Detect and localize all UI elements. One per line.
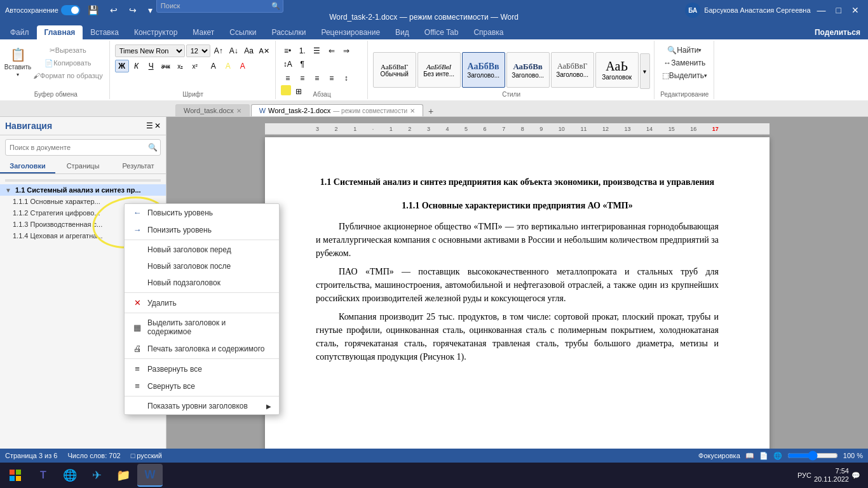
style-heading1[interactable]: АаБбВв Заголово... <box>462 52 505 88</box>
nav-item-0[interactable]: ▼ 1.1 Системный анализ и синтез пр... <box>0 184 166 196</box>
sort-button[interactable]: ↕A <box>281 58 295 71</box>
align-left-button[interactable]: ≡ <box>281 72 295 85</box>
redo-button[interactable]: ↪ <box>125 4 140 17</box>
autosave-toggle[interactable] <box>61 5 80 15</box>
title-bar: Автосохранение 💾 ↩ ↪ ▾ Поиск 🔍 Word_task… <box>0 0 868 20</box>
highlight-button[interactable]: A <box>221 60 235 72</box>
document-page[interactable]: 1.1 Системный анализ и синтез предприяти… <box>265 137 770 455</box>
undo-button[interactable]: ↩ <box>106 4 121 17</box>
taskbar-app-teams[interactable]: T <box>31 464 56 487</box>
ctx-demote[interactable]: → Понизить уровень <box>125 221 279 238</box>
font-shrink-button[interactable]: A↓ <box>227 44 241 57</box>
tab-home[interactable]: Главная <box>37 25 83 39</box>
ctx-new-heading-before[interactable]: Новый заголовок перед <box>125 241 279 258</box>
new-tab-button[interactable]: + <box>424 106 437 116</box>
tab-design[interactable]: Конструктор <box>126 25 185 39</box>
nav-search-button[interactable]: 🔍 <box>145 140 160 155</box>
line-spacing-button[interactable]: ↕ <box>339 72 353 85</box>
nav-search-input[interactable] <box>6 142 145 153</box>
ctx-select-heading[interactable]: ▦ Выделить заголовок и содержимое <box>125 315 279 340</box>
nav-tab-pages[interactable]: Страницы <box>55 159 111 173</box>
notification-icon[interactable]: 💬 <box>851 471 860 480</box>
doc-tab-1-close[interactable]: ✕ <box>410 107 415 114</box>
nav-menu-button[interactable]: ☰ <box>146 121 153 130</box>
lang-icon: □ <box>131 452 135 459</box>
tab-officetab[interactable]: Office Tab <box>417 25 466 39</box>
font-grow-button[interactable]: A↑ <box>212 44 226 57</box>
strikethrough-button[interactable]: зчк <box>159 60 173 72</box>
nav-tab-headings[interactable]: Заголовки <box>0 159 55 173</box>
style-no-spacing[interactable]: АаБбВвI Без инте... <box>417 52 461 88</box>
style-heading2[interactable]: АаБбВв Заголово... <box>506 52 550 88</box>
font-color-button[interactable]: A <box>236 60 250 72</box>
title-search-box[interactable]: Поиск 🔍 <box>156 0 283 13</box>
maximize-button[interactable]: □ <box>832 4 845 17</box>
cut-button[interactable]: ✂ Вырезать <box>31 44 105 56</box>
show-marks-button[interactable]: ¶ <box>295 58 309 71</box>
replace-button[interactable]: ↔ Заменить <box>661 57 708 69</box>
justify-button[interactable]: ≡ <box>325 72 339 85</box>
ctx-new-subheading[interactable]: Новый подзаголовок <box>125 274 279 291</box>
ctx-sep-2 <box>125 292 279 293</box>
copy-button[interactable]: 📄 Копировать <box>31 57 105 69</box>
multilevel-button[interactable]: ☰ <box>310 44 324 57</box>
taskbar-app-explorer[interactable]: 📁 <box>111 464 136 487</box>
find-button[interactable]: 🔍 Найти ▾ <box>665 44 704 56</box>
customize-qat-button[interactable]: ▾ <box>144 4 156 17</box>
numbering-button[interactable]: 1. <box>295 44 309 57</box>
tab-view[interactable]: Вид <box>388 25 417 39</box>
tab-review[interactable]: Рецензирование <box>313 25 388 39</box>
align-center-button[interactable]: ≡ <box>295 72 309 85</box>
style-heading-big[interactable]: АаЬ Заголовок <box>595 52 639 88</box>
taskbar-app-word[interactable]: W <box>137 464 163 487</box>
increase-indent-button[interactable]: ⇒ <box>339 44 353 57</box>
styles-scroll-button[interactable]: ▾ <box>640 53 650 89</box>
taskbar-app-telegram[interactable]: ✈ <box>84 464 109 487</box>
clear-format-button[interactable]: A✕ <box>257 44 271 57</box>
ctx-new-heading-after[interactable]: Новый заголовок после <box>125 258 279 274</box>
tab-help[interactable]: Справка <box>466 25 511 39</box>
format-painter-button[interactable]: 🖌 Формат по образцу <box>31 70 105 81</box>
ctx-print-heading[interactable]: 🖨 Печать заголовка и содержимого <box>125 340 279 357</box>
bullets-button[interactable]: ≡• <box>281 44 295 57</box>
nav-tab-results[interactable]: Результат <box>111 159 166 173</box>
zoom-slider[interactable] <box>787 451 838 461</box>
svg-rect-1 <box>16 470 21 475</box>
ctx-collapse-all[interactable]: ≡ Свернуть все <box>125 377 279 395</box>
font-case-button[interactable]: Аа <box>242 44 256 57</box>
underline-button[interactable]: Ч <box>144 60 158 72</box>
doc-tab-1[interactable]: W Word_task-2-1.docx — режим совместимос… <box>251 104 423 116</box>
tab-insert[interactable]: Вставка <box>83 25 126 39</box>
close-button[interactable]: ✕ <box>848 4 863 17</box>
superscript-button[interactable]: x² <box>188 60 202 72</box>
style-heading3[interactable]: АаБбВвГ Заголово... <box>551 52 594 88</box>
save-button[interactable]: 💾 <box>84 4 102 17</box>
ctx-expand-all[interactable]: ≡ Развернуть все <box>125 360 279 377</box>
view-print-icon: 📄 <box>759 452 768 460</box>
style-normal[interactable]: АаБбВвГ Обычный <box>373 52 416 88</box>
font-name-select[interactable]: Times New Ron <box>115 44 185 57</box>
tab-layout[interactable]: Макет <box>185 25 222 39</box>
tab-references[interactable]: Ссылки <box>222 25 264 39</box>
align-right-button[interactable]: ≡ <box>310 72 324 85</box>
doc-tab-0-close[interactable]: ✕ <box>236 107 241 114</box>
paste-button[interactable]: 📋 Вставить ▾ <box>6 44 29 80</box>
share-button[interactable]: Поделиться <box>807 25 868 39</box>
decrease-indent-button[interactable]: ⇐ <box>325 44 339 57</box>
select-button[interactable]: ⬚ Выделить ▾ <box>660 70 710 81</box>
taskbar-start-button[interactable] <box>3 464 28 487</box>
taskbar-app-chrome[interactable]: 🌐 <box>57 464 83 487</box>
subscript-button[interactable]: x₂ <box>173 60 187 72</box>
doc-tab-0[interactable]: Word_task.docx ✕ <box>175 104 250 116</box>
tab-mailings[interactable]: Рассылки <box>264 25 314 39</box>
ctx-show-levels[interactable]: Показать уровни заголовков ▶ <box>125 398 279 414</box>
italic-button[interactable]: К <box>130 60 144 72</box>
tab-file[interactable]: Файл <box>3 25 37 39</box>
ctx-delete[interactable]: ✕ Удалить <box>125 294 279 311</box>
text-effect-button[interactable]: A <box>207 60 220 72</box>
minimize-button[interactable]: — <box>813 4 830 17</box>
font-size-select[interactable]: 12 <box>186 44 210 57</box>
ctx-promote[interactable]: ← Повысить уровень <box>125 204 279 221</box>
nav-close-button[interactable]: ✕ <box>154 121 161 130</box>
bold-button[interactable]: Ж <box>115 60 129 72</box>
